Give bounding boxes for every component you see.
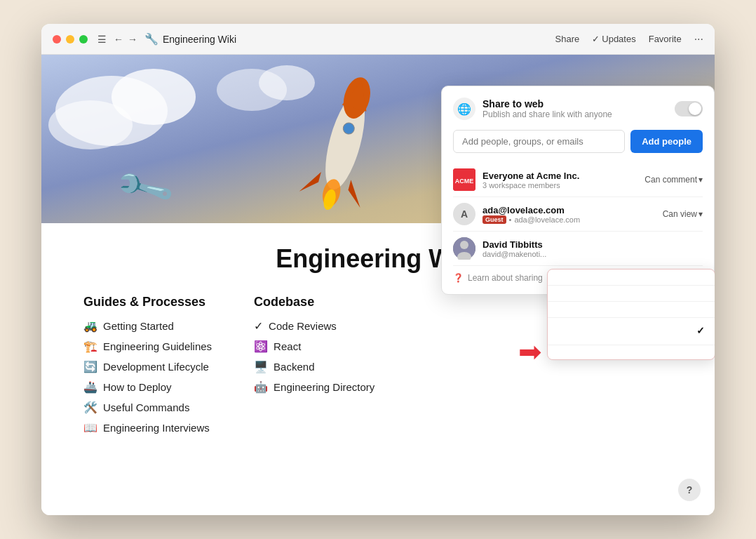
share-panel-inner: 🌐 Share to web Publish and share link wi… (442, 86, 714, 294)
share-panel: 🌐 Share to web Publish and share link wi… (441, 86, 715, 295)
list-item[interactable]: ✓Code Reviews (254, 319, 374, 333)
share-to-web-title: Share to web (482, 98, 668, 109)
david-user-row: David Tibbitts david@makenoti... (453, 232, 703, 266)
list-item[interactable]: 🖥️Backend (254, 360, 374, 373)
backend-icon: 🖥️ (254, 360, 268, 373)
list-item[interactable]: 🚢How to Deploy (83, 380, 212, 394)
list-item[interactable]: 🚜Getting Started (83, 319, 212, 333)
acme-user-row: ACME Everyone at Acme Inc. 3 workspace m… (453, 163, 703, 197)
david-user-info: David Tibbitts david@makenoti... (482, 239, 703, 258)
list-item[interactable]: 🔄Development Lifecycle (83, 360, 212, 373)
ada-sub: Guest • ada@lovelace.com (482, 215, 656, 224)
book-icon: 📖 (83, 421, 97, 434)
svg-text:ACME: ACME (455, 178, 474, 185)
acme-permission-btn[interactable]: Can comment ▾ (644, 175, 703, 185)
guides-heading: Guides & Processes (83, 295, 212, 310)
svg-point-3 (48, 100, 133, 149)
list-item[interactable]: ⚛️React (254, 340, 374, 353)
deploy-icon: 🚢 (83, 380, 97, 394)
david-avatar (453, 237, 475, 260)
wrench-icon: 🔧 (144, 32, 158, 46)
can-view-option[interactable]: ✓ (548, 318, 715, 345)
ada-permission-btn[interactable]: Can view ▾ (663, 209, 703, 219)
app-window: ☰ ← → 🔧 Engineering Wiki Share ✓ Updates… (41, 24, 715, 515)
list-item[interactable]: 🛠️Useful Commands (83, 401, 212, 414)
back-arrow[interactable]: ← (114, 34, 123, 45)
chevron-down-icon: ▾ (698, 175, 703, 185)
lifecycle-icon: 🔄 (83, 360, 97, 373)
updates-button[interactable]: ✓ Updates (592, 34, 635, 44)
page-title: Engineering Wiki (163, 34, 236, 45)
share-toggle[interactable] (675, 101, 703, 117)
more-options-button[interactable]: ··· (694, 33, 703, 46)
list-item[interactable]: 🤖Engineering Directory (254, 380, 374, 394)
ada-user-info: ada@lovelace.com Guest • ada@lovelace.co… (482, 205, 656, 224)
add-people-button[interactable]: Add people (630, 130, 703, 153)
close-button[interactable] (53, 35, 61, 44)
guides-list: 🚜Getting Started 🏗️Engineering Guideline… (83, 319, 212, 434)
svg-point-5 (259, 65, 315, 100)
hamburger-icon[interactable]: ☰ (97, 34, 107, 45)
codebase-list: ✓Code Reviews ⚛️React 🖥️Backend 🤖Enginee… (254, 319, 374, 394)
add-people-row: Add people (453, 130, 703, 153)
react-icon: ⚛️ (254, 340, 268, 353)
guest-badge: Guest (482, 215, 506, 224)
ada-name: ada@lovelace.com (482, 205, 656, 215)
list-item[interactable]: 📖Engineering Interviews (83, 421, 212, 434)
permission-dropdown: ✓ (547, 269, 715, 360)
share-button[interactable]: Share (555, 34, 580, 44)
full-access-option[interactable] (548, 270, 715, 285)
share-to-web-text: Share to web Publish and share link with… (482, 98, 668, 119)
nav-arrows: ← → (114, 34, 137, 45)
help-button[interactable]: ? (678, 479, 701, 501)
toggle-thumb (689, 102, 701, 115)
minimize-button[interactable] (66, 35, 74, 44)
construction-icon: 🏗️ (83, 340, 97, 353)
codebase-column: Codebase ✓Code Reviews ⚛️React 🖥️Backend… (254, 295, 374, 441)
arrow-indicator: ➡ (518, 335, 542, 368)
selected-check-icon: ✓ (696, 325, 705, 336)
question-icon: ❓ (453, 273, 464, 283)
david-sub: david@makenoti... (482, 250, 703, 258)
tools-icon: 🛠️ (83, 401, 97, 414)
codebase-heading: Codebase (254, 295, 374, 310)
can-edit-option[interactable] (548, 286, 715, 301)
list-item[interactable]: 🏗️Engineering Guidelines (83, 340, 212, 353)
content-area: 🔧 Engineering Wiki Guides & Processes 🚜G… (41, 55, 715, 515)
directory-icon: 🤖 (254, 380, 268, 394)
acme-avatar: ACME (453, 168, 475, 191)
svg-point-18 (460, 241, 468, 249)
check-icon: ✓ (592, 34, 600, 44)
check-icon: ✓ (254, 319, 263, 333)
can-comment-option[interactable] (548, 302, 715, 317)
tractor-icon: 🚜 (83, 319, 97, 333)
favorite-button[interactable]: Favorite (649, 34, 682, 44)
acme-name: Everyone at Acme Inc. (482, 171, 637, 181)
chevron-down-icon: ▾ (698, 209, 703, 219)
guides-column: Guides & Processes 🚜Getting Started 🏗️En… (83, 295, 212, 441)
add-people-input[interactable] (453, 130, 625, 153)
ada-avatar: A (453, 203, 475, 225)
remove-option[interactable] (548, 345, 715, 359)
forward-arrow[interactable]: → (128, 34, 137, 45)
acme-user-info: Everyone at Acme Inc. 3 workspace member… (482, 171, 637, 189)
ada-user-row: A ada@lovelace.com Guest • ada@lovelace.… (453, 197, 703, 232)
david-name: David Tibbitts (482, 239, 703, 250)
acme-sub: 3 workspace members (482, 181, 637, 189)
traffic-lights (53, 35, 88, 44)
maximize-button[interactable] (79, 35, 88, 44)
share-to-web-subtitle: Publish and share link with anyone (482, 109, 668, 119)
titlebar: ☰ ← → 🔧 Engineering Wiki Share ✓ Updates… (41, 24, 715, 55)
share-to-web-row: 🌐 Share to web Publish and share link wi… (453, 98, 703, 120)
titlebar-actions: Share ✓ Updates Favorite ··· (555, 33, 703, 46)
globe-icon: 🌐 (453, 98, 475, 120)
